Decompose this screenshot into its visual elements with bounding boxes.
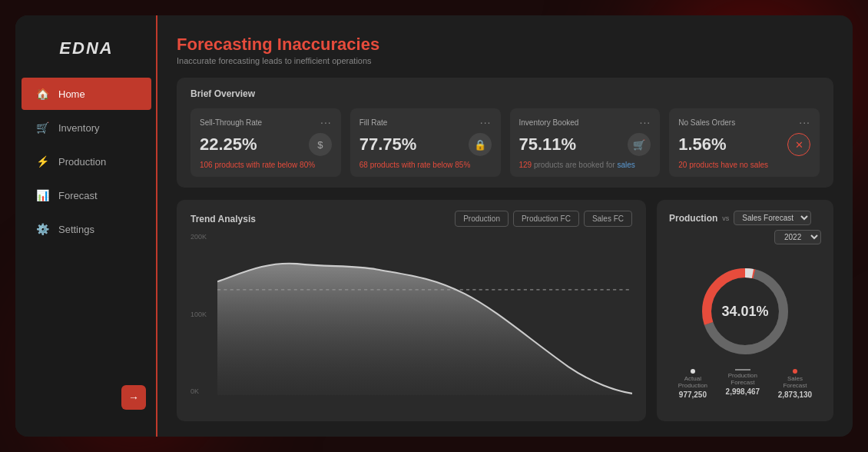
metric-desc-inventory-booked: 129 products are booked for sales bbox=[519, 161, 651, 169]
donut-title: Production bbox=[669, 213, 717, 224]
donut-title-row: Production vs Sales Forecast Production … bbox=[669, 211, 811, 225]
metric-card-sell-through: Sell-Through Rate ··· 22.25% $ 106 produ… bbox=[190, 108, 341, 177]
legend-value-actual: 977,250 bbox=[679, 391, 707, 399]
donut-container: 34.01% ActualProduction 977,250 bbox=[669, 249, 821, 410]
year-select-row: 2022 2023 bbox=[669, 230, 821, 244]
sidebar-item-home[interactable]: 🏠 Home bbox=[22, 78, 151, 110]
donut-vs-label: vs bbox=[722, 214, 729, 222]
metric-label-fill-rate: Fill Rate bbox=[359, 118, 388, 127]
metric-value-inventory-booked: 75.11% bbox=[519, 135, 577, 155]
legend-line-production-fc bbox=[735, 369, 750, 371]
donut-compare-select[interactable]: Sales Forecast Production FC bbox=[734, 211, 811, 225]
metric-menu-sell-through[interactable]: ··· bbox=[320, 116, 332, 128]
metric-count-inventory-booked: 129 bbox=[519, 161, 532, 169]
y-label-200k: 200K bbox=[190, 233, 217, 241]
legend-dot-sales-fc bbox=[793, 369, 797, 374]
x-axis bbox=[217, 395, 632, 410]
page-title-static: Forecasting bbox=[177, 35, 273, 54]
overview-title: Brief Overview bbox=[190, 88, 820, 99]
page-title-highlight: Inaccuracies bbox=[277, 35, 379, 54]
metric-icon-sell-through: $ bbox=[309, 133, 332, 156]
trend-header: Trend Analysis Production Production FC … bbox=[190, 211, 632, 227]
metric-card-fill-rate: Fill Rate ··· 77.75% 🔒 68 products with … bbox=[350, 108, 501, 177]
page-subtitle: Inaccurate forecasting leads to ineffici… bbox=[177, 56, 833, 65]
main-content: Forecasting Inaccuracies Inaccurate fore… bbox=[157, 15, 853, 437]
donut-center-value: 34.01% bbox=[721, 303, 768, 319]
metric-value-sell-through: 22.25% bbox=[200, 135, 257, 155]
metric-value-fill-rate: 77.75% bbox=[359, 135, 417, 155]
sidebar-item-settings-label: Settings bbox=[58, 224, 94, 235]
trend-btn-sales-fc[interactable]: Sales FC bbox=[584, 211, 632, 227]
metric-menu-fill-rate[interactable]: ··· bbox=[480, 116, 492, 128]
metric-menu-no-sales[interactable]: ··· bbox=[799, 116, 810, 128]
year-select[interactable]: 2022 2023 bbox=[774, 230, 821, 244]
app-logo: EDNA bbox=[15, 31, 157, 78]
metric-label-sell-through: Sell-Through Rate bbox=[200, 118, 262, 127]
page-header: Forecasting Inaccuracies Inaccurate fore… bbox=[177, 35, 833, 65]
legend-item-sales-fc: SalesForecast 2,873,130 bbox=[778, 369, 813, 399]
home-icon: 🏠 bbox=[35, 87, 49, 101]
sidebar: EDNA 🏠 Home 🛒 Inventory ⚡ Production 📊 F… bbox=[15, 15, 157, 437]
forecast-icon: 📊 bbox=[35, 188, 49, 202]
donut-legend: ActualProduction 977,250 ProductionForec… bbox=[669, 369, 821, 399]
legend-label-sales-fc: SalesForecast bbox=[783, 375, 807, 389]
logout-icon: → bbox=[128, 391, 139, 404]
trend-btn-production[interactable]: Production bbox=[455, 211, 509, 227]
metric-icon-fill-rate: 🔒 bbox=[469, 133, 492, 156]
donut-card: Production vs Sales Forecast Production … bbox=[657, 200, 833, 421]
metric-desc-fill-rate: 68 products with rate below 85% bbox=[359, 161, 492, 169]
metric-desc-no-sales: 20 products have no sales bbox=[678, 161, 810, 169]
metric-card-inventory-booked: Inventory Booked ··· 75.11% 🛒 129 produc… bbox=[510, 108, 661, 177]
donut-chart: 34.01% bbox=[695, 261, 795, 361]
trend-card: Trend Analysis Production Production FC … bbox=[177, 200, 646, 421]
logout-button[interactable]: → bbox=[121, 385, 146, 410]
inventory-icon: 🛒 bbox=[35, 121, 49, 135]
trend-chart bbox=[217, 233, 632, 395]
metric-desc-sell-through: 106 products with rate below 80% bbox=[200, 161, 332, 169]
metric-sales-inventory-booked: sales bbox=[617, 161, 634, 169]
settings-icon: ⚙️ bbox=[35, 222, 49, 236]
y-label-0k: 0K bbox=[190, 387, 217, 395]
legend-dot-actual bbox=[691, 369, 695, 374]
app-container: EDNA 🏠 Home 🛒 Inventory ⚡ Production 📊 F… bbox=[15, 15, 853, 437]
legend-item-production-fc: ProductionForecast 2,998,467 bbox=[726, 369, 760, 399]
sidebar-item-forecast[interactable]: 📊 Forecast bbox=[22, 179, 151, 211]
page-title: Forecasting Inaccuracies bbox=[177, 35, 833, 55]
metric-label-inventory-booked: Inventory Booked bbox=[519, 118, 579, 127]
metrics-row: Sell-Through Rate ··· 22.25% $ 106 produ… bbox=[190, 108, 820, 177]
sidebar-item-forecast-label: Forecast bbox=[58, 190, 98, 201]
legend-value-production-fc: 2,998,467 bbox=[726, 387, 760, 396]
metric-text-inventory-booked: products are booked for bbox=[534, 161, 617, 169]
legend-label-actual: ActualProduction bbox=[678, 375, 707, 389]
sidebar-item-production[interactable]: ⚡ Production bbox=[22, 145, 151, 178]
legend-item-actual: ActualProduction 977,250 bbox=[678, 369, 707, 399]
metric-highlight-fill-rate: 68 products with rate below 85% bbox=[359, 161, 471, 169]
sidebar-item-home-label: Home bbox=[58, 88, 85, 100]
production-icon: ⚡ bbox=[35, 155, 49, 168]
metric-label-no-sales: No Sales Orders bbox=[678, 118, 735, 127]
y-axis: 200K 100K 0K bbox=[190, 233, 217, 395]
legend-label-production-fc: ProductionForecast bbox=[728, 372, 757, 386]
metric-highlight-no-sales: 20 products have no sales bbox=[678, 161, 768, 169]
metric-icon-inventory-booked: 🛒 bbox=[628, 133, 651, 156]
metric-icon-no-sales: ✕ bbox=[787, 133, 810, 156]
chart-area: 200K 100K 0K bbox=[190, 233, 632, 410]
trend-btn-production-fc[interactable]: Production FC bbox=[513, 211, 579, 227]
sidebar-item-production-label: Production bbox=[58, 156, 106, 168]
sidebar-nav: 🏠 Home 🛒 Inventory ⚡ Production 📊 Foreca… bbox=[15, 78, 157, 374]
metric-highlight-sell-through: 106 products with rate below 80% bbox=[200, 161, 315, 169]
legend-value-sales-fc: 2,873,130 bbox=[778, 391, 813, 399]
y-label-100k: 100K bbox=[190, 311, 217, 318]
donut-header: Production vs Sales Forecast Production … bbox=[669, 211, 821, 225]
sidebar-item-inventory-label: Inventory bbox=[58, 122, 99, 134]
metric-card-no-sales: No Sales Orders ··· 1.56% ✕ 20 products … bbox=[669, 108, 820, 177]
sidebar-item-settings[interactable]: ⚙️ Settings bbox=[22, 213, 151, 245]
sidebar-bottom: → bbox=[15, 374, 157, 421]
trend-buttons: Production Production FC Sales FC bbox=[455, 211, 632, 227]
bottom-row: Trend Analysis Production Production FC … bbox=[177, 200, 833, 421]
sidebar-item-inventory[interactable]: 🛒 Inventory bbox=[22, 111, 151, 144]
metric-menu-inventory-booked[interactable]: ··· bbox=[640, 116, 651, 128]
metric-value-no-sales: 1.56% bbox=[678, 135, 726, 155]
trend-title: Trend Analysis bbox=[190, 214, 256, 224]
brief-overview: Brief Overview Sell-Through Rate ··· 22.… bbox=[177, 78, 833, 188]
